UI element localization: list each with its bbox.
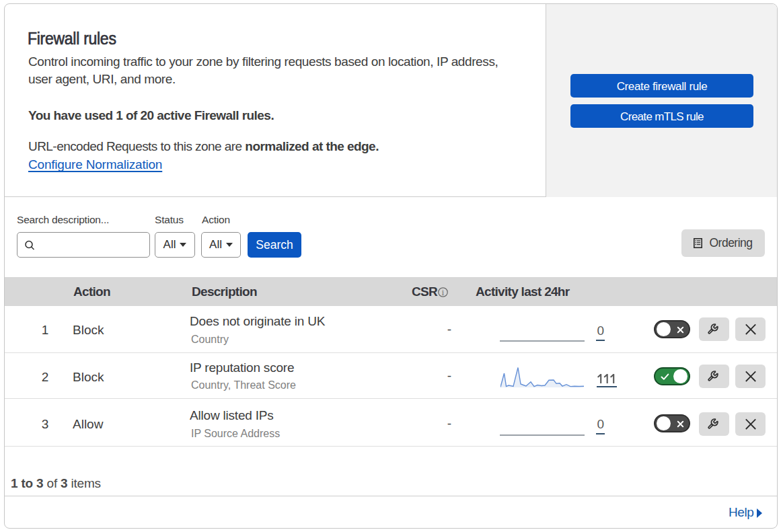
svg-text:i: i [442, 287, 445, 297]
